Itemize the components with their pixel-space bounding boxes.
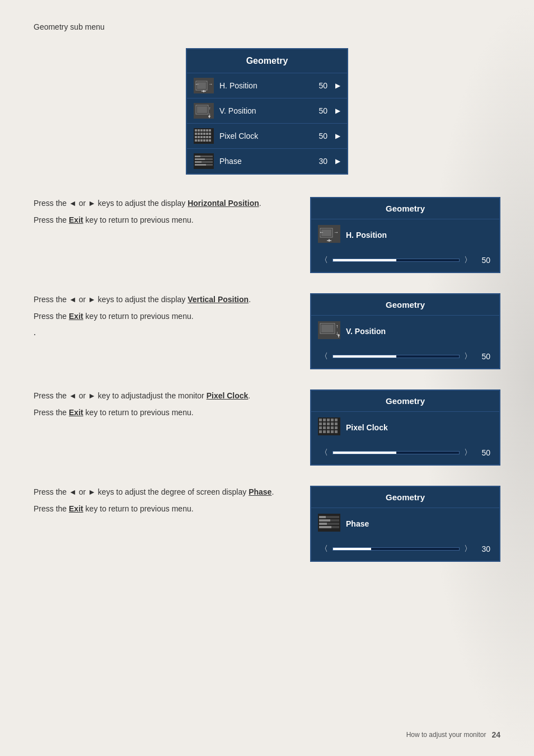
menu-value-pixel-clock: 50 <box>318 132 327 140</box>
svg-rect-22 <box>198 133 200 135</box>
menu-label-pixel-clock: Pixel Clock <box>219 132 313 140</box>
sub-phase-icon <box>318 514 340 534</box>
menu-value-v-position: 50 <box>318 106 327 115</box>
menu-label-phase: Phase <box>219 157 313 166</box>
sub-panel-label-h-position: H. Position <box>346 231 387 240</box>
svg-rect-19 <box>206 129 208 132</box>
slider-bar-v-position <box>332 355 460 358</box>
content-row-h-position: Press the ◄ or ► keys to adjust the disp… <box>34 197 500 282</box>
svg-rect-35 <box>200 139 203 142</box>
desc-phase-line1: Press the ◄ or ► keys to adjust the degr… <box>34 486 288 498</box>
svg-rect-46 <box>195 161 202 163</box>
svg-rect-75 <box>327 426 330 429</box>
svg-rect-26 <box>209 133 211 135</box>
svg-rect-82 <box>335 430 338 433</box>
svg-rect-72 <box>335 422 338 425</box>
sub-panel-title-v-position: Geometry <box>311 294 499 316</box>
h-position-icon: ← → <box>194 78 214 93</box>
content-row-v-position: Press the ◄ or ► keys to adjust the disp… <box>34 293 500 378</box>
slider-value-h-position: 50 <box>476 256 490 265</box>
svg-rect-25 <box>206 133 208 135</box>
svg-rect-29 <box>200 136 203 138</box>
sub-panel-content-pixel-clock: Pixel Clock <box>311 412 499 443</box>
svg-rect-28 <box>198 136 200 138</box>
desc-v-position-line2: Press the Exit key to return to previous… <box>34 310 288 322</box>
svg-rect-30 <box>203 136 205 138</box>
sub-panel-h-position: Geometry ← → <box>310 197 500 273</box>
svg-rect-44 <box>195 156 200 157</box>
menu-arrow-phase: ▶ <box>335 157 340 166</box>
sub-panel-content-phase: Phase <box>311 508 499 539</box>
sub-panel-title-phase: Geometry <box>311 487 499 508</box>
desc-col-pixel-clock: Press the ◄ or ► key to adjustadjust the… <box>34 389 299 424</box>
desc-pixel-clock-line1: Press the ◄ or ► key to adjustadjust the… <box>34 389 288 402</box>
sub-panel-label-v-position: V. Position <box>346 327 386 336</box>
sub-panel-pixel-clock: Geometry <box>310 389 500 466</box>
slider-right-v-position: 〉 <box>464 351 472 361</box>
desc-h-position-line1: Press the ◄ or ► keys to adjust the disp… <box>34 197 288 209</box>
menu-arrow-h-position: ▶ <box>335 82 340 90</box>
slider-row-v-position: 〈 〉 50 <box>311 347 499 368</box>
slider-left-pixel-clock: 〈 <box>320 448 328 458</box>
menu-arrow-v-position: ▶ <box>335 107 340 115</box>
slider-left-h-position: 〈 <box>320 255 328 265</box>
slider-value-pixel-clock: 50 <box>476 448 490 457</box>
svg-rect-18 <box>203 129 205 132</box>
svg-rect-88 <box>319 516 326 518</box>
svg-rect-9 <box>197 106 207 113</box>
svg-rect-32 <box>209 136 211 138</box>
svg-rect-38 <box>209 139 211 142</box>
panel-col-pixel-clock: Geometry <box>310 389 500 475</box>
svg-rect-69 <box>323 422 326 425</box>
sub-panel-title-pixel-clock: Geometry <box>311 391 499 412</box>
desc-phase-line2: Press the Exit key to return to previous… <box>34 503 288 515</box>
sub-panel-label-phase: Phase <box>346 519 369 528</box>
svg-rect-66 <box>331 419 334 421</box>
svg-rect-15 <box>195 129 197 132</box>
slider-right-phase: 〉 <box>464 544 472 554</box>
svg-rect-63 <box>319 419 322 421</box>
sub-panel-content-v-position: ↑ ↓ V. Position <box>311 316 499 347</box>
slider-value-phase: 30 <box>476 544 490 553</box>
sub-panel-phase: Geometry <box>310 486 500 562</box>
panel-col-v-position: Geometry ↑ ↓ <box>310 293 500 378</box>
content-row-pixel-clock: Press the ◄ or ► key to adjustadjust the… <box>34 389 500 475</box>
svg-rect-68 <box>319 422 322 425</box>
menu-label-h-position: H. Position <box>219 81 313 90</box>
sub-panel-title-h-position: Geometry <box>311 198 499 219</box>
menu-label-v-position: V. Position <box>219 106 313 115</box>
svg-text:↑: ↑ <box>209 106 211 110</box>
svg-rect-90 <box>319 523 327 525</box>
menu-item-pixel-clock: Pixel Clock 50 ▶ <box>187 124 347 149</box>
svg-rect-31 <box>206 136 208 138</box>
svg-rect-24 <box>203 133 205 135</box>
svg-rect-21 <box>195 133 197 135</box>
v-position-icon: ↑ ↓ <box>194 103 214 119</box>
desc-pixel-clock-line2: Press the Exit key to return to previous… <box>34 406 288 419</box>
sub-panel-label-pixel-clock: Pixel Clock <box>346 423 388 432</box>
slider-row-h-position: 〈 〉 50 <box>311 251 499 272</box>
svg-rect-20 <box>209 129 211 132</box>
svg-text:↓: ↓ <box>209 112 211 116</box>
content-row-phase: Press the ◄ or ► keys to adjust the degr… <box>34 486 500 571</box>
svg-rect-77 <box>335 426 338 429</box>
svg-rect-17 <box>200 129 203 132</box>
slider-left-v-position: 〈 <box>320 351 328 361</box>
svg-rect-33 <box>195 139 197 142</box>
svg-text:→: → <box>208 82 213 87</box>
content-sections: Press the ◄ or ► keys to adjust the disp… <box>34 197 500 582</box>
menu-item-phase: Phase 30 ▶ <box>187 149 347 173</box>
svg-text:←: ← <box>319 229 324 235</box>
svg-rect-74 <box>323 426 326 429</box>
pixel-clock-icon <box>194 128 214 144</box>
svg-rect-81 <box>331 430 334 433</box>
svg-text:←: ← <box>195 82 199 87</box>
svg-rect-47 <box>195 164 206 166</box>
panel-col-h-position: Geometry ← → <box>310 197 500 282</box>
svg-rect-36 <box>203 139 205 142</box>
page-footer: How to adjust your monitor 24 <box>406 730 500 739</box>
main-menu-title: Geometry <box>187 49 347 73</box>
desc-col-phase: Press the ◄ or ► keys to adjust the degr… <box>34 486 299 520</box>
slider-bar-h-position <box>332 259 460 262</box>
svg-rect-70 <box>327 422 330 425</box>
